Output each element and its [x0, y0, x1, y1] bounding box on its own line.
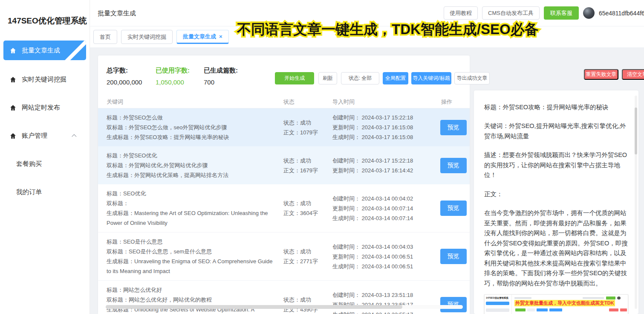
stat-generated-count: 已生成篇数: 700: [204, 67, 238, 86]
time-line: 更新时间： 2024-03-14 00:07:14: [332, 204, 437, 213]
column-header-keyword: 关键词: [107, 98, 283, 106]
time-line: 创建时间： 2024-03-17 15:22:18: [332, 156, 437, 166]
time-cell: 创建时间： 2024-03-17 15:22:18更新时间： 2024-03-1…: [332, 113, 437, 142]
preview-keywords: 关键词：外贸SEO,提升网站曝光率,搜索引擎优化,外贸市场,网站流量: [484, 121, 628, 141]
sidebar: 147SEO优化管理系统 批量文章生成 实时关键词挖掘 网站定时发布 账户管理 …: [0, 0, 90, 314]
mini-blue-button: [549, 308, 562, 311]
horizontal-scrollbar-thumb[interactable]: [106, 305, 402, 309]
status-filter-select[interactable]: 状态: 全部: [341, 72, 379, 84]
kw-line: 生成标题：外贸SEO攻略：提升网站曝光率的秘诀: [107, 132, 277, 142]
mini-avatar: [617, 297, 621, 299]
contact-support-button[interactable]: 联系客服: [544, 6, 579, 20]
action-cell: 预览: [437, 201, 470, 216]
vertical-scrollbar[interactable]: [635, 96, 637, 309]
tab-home[interactable]: 首页: [93, 30, 117, 44]
status-line: 正文：1679字: [283, 166, 332, 175]
mini-line: [514, 297, 531, 299]
column-header-action: 操作: [437, 98, 470, 106]
start-generate-button[interactable]: 开始生成: [275, 72, 314, 84]
avatar[interactable]: [583, 7, 595, 19]
time-cell: 创建时间： 2024-03-14 00:04:02更新时间： 2024-03-1…: [332, 194, 437, 223]
table-row: 标题：外贸SEO怎么做双标题：外贸SEO怎么做，seo外贸网站优化步骤生成标题：…: [98, 108, 470, 146]
mini-red-button: [609, 308, 618, 311]
kw-line: 生成标题：外贸网站优化策略，提高网站排名方法: [107, 170, 277, 180]
time-cell: 创建时间： 2024-03-14 00:04:03更新时间： 2024-03-1…: [332, 242, 437, 271]
tab-keyword-mining[interactable]: 实时关键词挖掘: [121, 30, 173, 44]
mini-logo: 147SEO优化管理系统: [486, 297, 508, 300]
mini-blue-button: [537, 308, 548, 311]
preview-button[interactable]: 预览: [440, 249, 467, 264]
status-line: 状态：成功: [283, 247, 332, 256]
table-row: 标题：SEO是什么意思双标题：SEO是什么意思，sem是什么意思生成标题：Unr…: [98, 233, 470, 281]
preview-button[interactable]: 预览: [440, 120, 467, 135]
breadcrumb: 批量文章生成: [98, 9, 136, 17]
global-config-button[interactable]: 全局配置: [383, 72, 408, 84]
time-line: 更新时间： 2024-03-17 16:15:08: [332, 122, 437, 132]
sidebar-item-package-purchase[interactable]: 套餐购买: [16, 160, 42, 168]
username[interactable]: 65e4811dfb644f690: [599, 10, 644, 17]
status-line: 正文：3604字: [283, 208, 332, 218]
cms-publish-tool-button[interactable]: CMS自动发布工具: [482, 6, 540, 20]
tab-batch-article[interactable]: 批量文章生成 ×: [176, 30, 229, 44]
kw-line: 标题：网站怎么优化好: [107, 285, 277, 295]
preview-button[interactable]: 预览: [440, 158, 467, 173]
preview-button[interactable]: 预览: [440, 201, 467, 216]
sidebar-item-site-publish[interactable]: 网站定时发布: [3, 98, 86, 117]
kw-line: 标题：SEO是什么意思: [107, 237, 277, 247]
home-icon: [9, 104, 17, 111]
keyword-cell: 标题：SEO优化双标题：生成标题：Mastering the Art of SE…: [107, 189, 283, 228]
stat-value: 1,050,000: [156, 78, 190, 86]
mini-item: [486, 308, 509, 312]
stat-total-words: 总字数: 200,000,000: [107, 67, 142, 86]
status-cell: 状态：成功正文：2771字: [283, 247, 332, 266]
status-line: 状态：成功: [283, 198, 332, 208]
close-icon[interactable]: ×: [219, 34, 222, 39]
keyword-cell: 标题：网站怎么优化好双标题：网站怎么优化好，网站优化的教程生成标题：Unlock…: [107, 285, 283, 314]
tutorial-button[interactable]: 使用教程: [444, 6, 478, 20]
mini-caption: 外贸文章批量生成，导入中文也能生成英文TDK: [514, 300, 615, 306]
status-cell: 状态：成功正文：4390字: [283, 295, 332, 314]
kw-line: 双标题：外贸网站优化,外贸网站优化步骤: [107, 160, 277, 170]
preview-button[interactable]: 预览: [440, 297, 467, 312]
refresh-button[interactable]: 刷新: [318, 72, 337, 84]
time-line: 创建时间： 2024-03-14 00:04:02: [332, 194, 437, 204]
time-line: 生成时间： 2024-03-14 00:06:51: [332, 262, 437, 271]
preview-body: 在当今竞争激烈的外贸市场中，拥有一个优质的网站至关重要。然而，即使拥有最好的产品…: [484, 208, 628, 288]
stat-label: 已使用字数:: [156, 67, 190, 75]
home-icon: [9, 76, 17, 83]
home-icon: [9, 47, 17, 54]
sidebar-item-label: 套餐购买: [16, 160, 42, 167]
kw-line: 双标题：: [107, 198, 277, 208]
kw-line: 标题：外贸SEO怎么做: [107, 113, 277, 122]
tab-label: 批量文章生成: [183, 33, 216, 41]
status-line: 状态：成功: [283, 156, 332, 166]
column-header-import-time: 导入时间: [332, 98, 437, 106]
keyword-cell: 标题：外贸SEO优化双标题：外贸网站优化,外贸网站优化步骤生成标题：外贸网站优化…: [107, 151, 283, 180]
horizontal-scrollbar[interactable]: [106, 305, 463, 309]
sidebar-item-batch-article[interactable]: 批量文章生成: [3, 41, 86, 60]
clear-articles-button[interactable]: 清空文章: [622, 69, 644, 80]
preview-title: 标题：外贸SEO攻略：提升网站曝光率的秘诀: [484, 102, 628, 112]
table-body: 标题：外贸SEO怎么做双标题：外贸SEO怎么做，seo外贸网站优化步骤生成标题：…: [98, 108, 470, 314]
sidebar-item-account[interactable]: 账户管理: [3, 126, 86, 145]
kw-line: 标题：外贸SEO优化: [107, 151, 277, 160]
time-cell: 创建时间： 2024-03-13 23:51:18更新时间： 2024-03-1…: [332, 290, 437, 314]
reset-failed-button[interactable]: 重置失败文章: [584, 69, 618, 80]
tab-label: 实时关键词挖掘: [127, 33, 166, 41]
top-actions: 使用教程 CMS自动发布工具 联系客服 65e4811dfb644f690: [444, 6, 644, 20]
status-cell: 状态：成功正文：3604字: [283, 198, 332, 218]
export-success-button[interactable]: 导出成功文章: [454, 72, 490, 84]
status-line: 正文：2771字: [283, 256, 332, 266]
stat-label: 总字数:: [107, 67, 142, 75]
import-keywords-button[interactable]: 导入关键词/标题: [411, 72, 451, 84]
sidebar-item-keyword-mining[interactable]: 实时关键词挖掘: [3, 70, 86, 89]
time-line: 创建时间： 2024-03-14 00:04:03: [332, 242, 437, 252]
vertical-scrollbar-thumb[interactable]: [635, 108, 637, 154]
mini-active-item: [486, 302, 509, 305]
time-line: 生成时间： 2024-03-13 23:55:17: [332, 310, 437, 314]
mini-red-button: [620, 308, 627, 311]
stat-used-words: 已使用字数: 1,050,000: [156, 67, 190, 86]
time-line: 更新时间： 2024-03-17 16:14:42: [332, 166, 437, 175]
sidebar-item-my-orders[interactable]: 我的订单: [16, 188, 42, 196]
tab-bar: 首页 实时关键词挖掘 批量文章生成 ×: [90, 26, 644, 47]
